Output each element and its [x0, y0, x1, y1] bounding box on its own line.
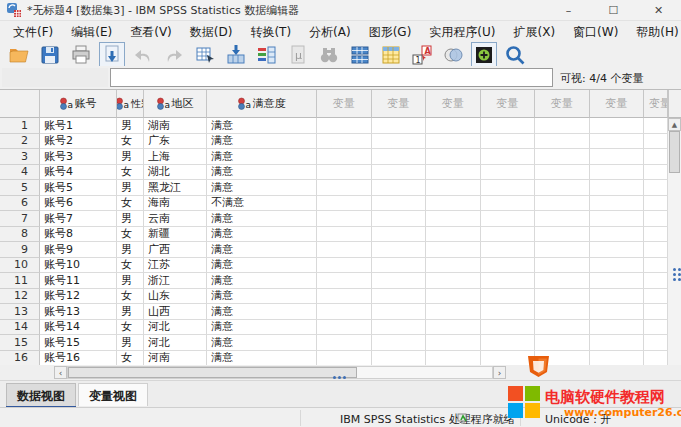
save-icon[interactable] [37, 42, 63, 68]
data-cell[interactable]: 账号5 [40, 180, 117, 196]
empty-cell[interactable] [644, 118, 668, 134]
data-cell[interactable]: 满意 [207, 118, 317, 134]
data-cell[interactable]: 河北 [144, 320, 207, 336]
empty-cell[interactable] [481, 320, 536, 336]
redo-icon[interactable] [161, 42, 187, 68]
empty-cell[interactable] [426, 289, 481, 305]
empty-cell[interactable] [481, 304, 536, 320]
data-cell[interactable]: 广东 [144, 134, 207, 150]
data-cell[interactable]: 账号12 [40, 289, 117, 305]
row-number[interactable]: 4 [0, 165, 40, 181]
vertical-scrollbar[interactable]: ▲ [668, 89, 681, 365]
empty-cell[interactable] [317, 242, 372, 258]
empty-cell[interactable] [317, 304, 372, 320]
empty-cell[interactable] [481, 149, 536, 165]
row-number[interactable]: 8 [0, 227, 40, 243]
empty-cell[interactable] [372, 320, 427, 336]
empty-cell[interactable] [317, 149, 372, 165]
data-cell[interactable]: 账号9 [40, 242, 117, 258]
menu-item[interactable]: 图形(G) [360, 22, 421, 43]
empty-cell[interactable] [372, 242, 427, 258]
horizontal-scroll-thumb[interactable] [68, 367, 357, 378]
data-cell[interactable]: 男 [117, 335, 144, 351]
data-cell[interactable]: 男 [117, 242, 144, 258]
empty-cell[interactable] [590, 273, 645, 289]
row-number[interactable]: 12 [0, 289, 40, 305]
data-cell[interactable]: 男 [117, 211, 144, 227]
empty-cell[interactable] [426, 134, 481, 150]
column-header-3[interactable]: a地区 [144, 90, 207, 118]
row-number[interactable]: 3 [0, 149, 40, 165]
empty-cell[interactable] [372, 273, 427, 289]
empty-cell[interactable] [590, 227, 645, 243]
data-cell[interactable]: 男 [117, 149, 144, 165]
data-cell[interactable]: 云南 [144, 211, 207, 227]
row-number[interactable]: 15 [0, 335, 40, 351]
undo-icon[interactable] [130, 42, 156, 68]
data-cell[interactable]: 广西 [144, 242, 207, 258]
row-number[interactable]: 2 [0, 134, 40, 150]
empty-cell[interactable] [535, 320, 590, 336]
empty-cell[interactable] [644, 134, 668, 150]
empty-cell[interactable] [644, 180, 668, 196]
maximize-button[interactable]: ☐ [591, 0, 636, 21]
empty-cell[interactable] [644, 149, 668, 165]
empty-cell[interactable] [535, 289, 590, 305]
empty-cell[interactable] [426, 304, 481, 320]
data-cell[interactable]: 海南 [144, 196, 207, 212]
data-cell[interactable]: 不满意 [207, 196, 317, 212]
empty-cell[interactable] [535, 165, 590, 181]
data-cell[interactable]: 满意 [207, 211, 317, 227]
empty-cell[interactable] [317, 320, 372, 336]
data-cell[interactable]: 黑龙江 [144, 180, 207, 196]
row-number[interactable]: 5 [0, 180, 40, 196]
variables-icon[interactable] [254, 42, 280, 68]
empty-variable-header[interactable]: 变量 [372, 90, 427, 118]
empty-cell[interactable] [535, 118, 590, 134]
empty-cell[interactable] [372, 149, 427, 165]
empty-cell[interactable] [644, 351, 668, 366]
empty-cell[interactable] [426, 196, 481, 212]
menu-item[interactable]: 查看(V) [121, 22, 181, 43]
column-header-1[interactable]: a账号 [40, 90, 117, 118]
empty-cell[interactable] [590, 134, 645, 150]
row-number[interactable]: 13 [0, 304, 40, 320]
open-data-icon[interactable] [6, 42, 32, 68]
empty-cell[interactable] [535, 273, 590, 289]
data-cell[interactable]: 女 [117, 227, 144, 243]
menu-item[interactable]: 实用程序(U) [420, 22, 504, 43]
empty-cell[interactable] [481, 196, 536, 212]
data-cell[interactable]: 女 [117, 134, 144, 150]
empty-cell[interactable] [317, 134, 372, 150]
empty-cell[interactable] [426, 180, 481, 196]
data-cell[interactable]: 账号7 [40, 211, 117, 227]
empty-variable-header[interactable]: 变量 [535, 90, 590, 118]
empty-cell[interactable] [481, 335, 536, 351]
data-cell[interactable]: 满意 [207, 273, 317, 289]
empty-cell[interactable] [535, 258, 590, 274]
empty-cell[interactable] [535, 211, 590, 227]
empty-cell[interactable] [481, 258, 536, 274]
empty-cell[interactable] [426, 211, 481, 227]
data-cell[interactable]: 山西 [144, 304, 207, 320]
empty-variable-header[interactable]: 变量 [590, 90, 645, 118]
tab-variable-view[interactable]: 变量视图 [78, 383, 148, 406]
data-cell[interactable]: 账号4 [40, 165, 117, 181]
data-cell[interactable]: 账号1 [40, 118, 117, 134]
empty-cell[interactable] [426, 351, 481, 366]
empty-cell[interactable] [644, 227, 668, 243]
empty-variable-header[interactable]: 变量 [481, 90, 536, 118]
empty-cell[interactable] [372, 118, 427, 134]
insert-variable-icon[interactable] [378, 42, 404, 68]
find-icon[interactable] [316, 42, 342, 68]
empty-cell[interactable] [481, 273, 536, 289]
empty-cell[interactable] [590, 335, 645, 351]
data-cell[interactable]: 满意 [207, 304, 317, 320]
empty-cell[interactable] [372, 227, 427, 243]
row-number[interactable]: 1 [0, 118, 40, 134]
column-header-4[interactable]: a满意度 [207, 90, 317, 118]
empty-cell[interactable] [481, 227, 536, 243]
data-cell[interactable]: 山东 [144, 289, 207, 305]
row-number[interactable]: 10 [0, 258, 40, 274]
empty-cell[interactable] [644, 320, 668, 336]
